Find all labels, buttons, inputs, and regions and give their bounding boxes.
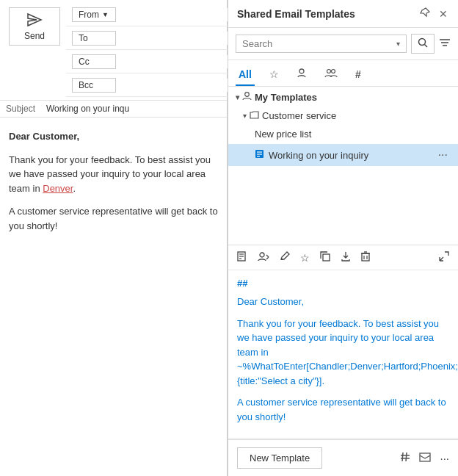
hash-icon: # (355, 68, 361, 80)
from-button[interactable]: From ▼ (72, 7, 116, 22)
filter-button[interactable] (439, 37, 451, 51)
tab-favorites[interactable]: ☆ (266, 64, 282, 86)
svg-point-1 (419, 39, 426, 46)
search-input[interactable] (242, 38, 396, 49)
email-compose-panel: Send From ▼ To Cc (0, 0, 228, 476)
search-dropdown-icon[interactable]: ▾ (396, 40, 400, 48)
footer-icons: ··· (400, 452, 449, 464)
svg-line-26 (402, 452, 403, 461)
share-icon (419, 452, 431, 462)
preview-text: Dear Customer, Thank you for your feedba… (237, 295, 449, 424)
svg-point-7 (327, 70, 330, 73)
send-icon (26, 12, 43, 29)
template-icon (255, 149, 264, 161)
star-icon: ☆ (269, 68, 279, 80)
to-row: To (66, 26, 238, 50)
denver-link[interactable]: Denver (43, 183, 73, 194)
subject-label: Subject (6, 104, 46, 114)
email-greeting: Dear Customer, (9, 129, 218, 144)
copy-icon (320, 251, 330, 262)
tab-user[interactable] (294, 63, 310, 86)
expand-icon (439, 251, 449, 262)
svg-point-6 (299, 69, 304, 73)
preview-pencil-button[interactable] (278, 250, 291, 265)
assign-icon (258, 251, 269, 262)
from-dropdown-icon: ▼ (102, 11, 109, 18)
pencil-icon (280, 251, 290, 262)
star-btn-icon: ☆ (300, 252, 310, 264)
bcc-button[interactable]: Bcc (72, 78, 116, 93)
new-template-button[interactable]: New Template (237, 447, 322, 469)
subject-value: Working on your inqu (46, 104, 221, 114)
footer-hash-icon (400, 452, 410, 462)
to-button[interactable]: To (72, 31, 116, 46)
from-input[interactable] (116, 8, 232, 21)
preview-delete-button[interactable] (360, 250, 371, 265)
export-icon (341, 251, 351, 262)
working-inquiry-label: Working on your inquiry (269, 150, 435, 161)
search-button[interactable] (411, 34, 435, 54)
svg-point-18 (260, 253, 264, 257)
trash-icon (361, 251, 370, 262)
my-templates-label: My Templates (255, 92, 317, 103)
pin-icon (420, 7, 430, 18)
close-button[interactable]: ✕ (437, 7, 449, 21)
email-send-row: Send From ▼ To Cc (0, 0, 227, 101)
person-icon (242, 91, 252, 103)
email-para1: Thank you for your feedback. To best ass… (9, 153, 218, 196)
email-fields: From ▼ To Cc Bcc (66, 3, 238, 97)
from-row: From ▼ (66, 3, 238, 26)
customer-service-toggle: ▾ (243, 112, 247, 120)
preview-assign-button[interactable] (256, 250, 271, 265)
my-templates-toggle: ▾ (236, 93, 239, 101)
footer-share-button[interactable] (419, 452, 431, 464)
panel-header-icons: ✕ (418, 6, 449, 21)
new-price-list-label: New price list (255, 129, 311, 140)
new-price-list-item[interactable]: New price list (228, 124, 458, 144)
my-templates-section[interactable]: ▾ My Templates (228, 87, 458, 107)
working-inquiry-more-button[interactable]: ··· (435, 148, 451, 162)
preview-para2: A customer service representative will g… (237, 395, 449, 424)
preview-expand-button[interactable] (437, 250, 451, 265)
tab-hash[interactable]: # (352, 64, 364, 86)
to-input[interactable] (116, 32, 232, 45)
subject-row: Subject Working on your inqu (0, 101, 227, 118)
footer-hash-button[interactable] (400, 452, 410, 464)
bcc-row: Bcc (66, 73, 238, 97)
user-icon (297, 68, 307, 80)
cc-button[interactable]: Cc (72, 54, 116, 69)
send-button[interactable]: Send (9, 7, 60, 46)
search-input-wrap: ▾ (236, 35, 407, 53)
cc-row: Cc (66, 50, 238, 73)
svg-marker-0 (28, 14, 41, 26)
email-para2: A customer service representative will g… (9, 204, 218, 233)
preview-para1: Thank you for your feedback. To best ass… (237, 317, 449, 389)
tabs-row: All ☆ # (228, 60, 458, 87)
preview-export-button[interactable] (339, 250, 352, 265)
preview-edit-icon-button[interactable] (236, 250, 249, 265)
svg-rect-20 (323, 254, 330, 261)
preview-area: ## Dear Customer, Thank you for your fee… (228, 270, 458, 439)
templates-panel: Shared Email Templates ✕ ▾ (228, 0, 458, 476)
filter-icon (439, 37, 451, 48)
tab-all[interactable]: All (236, 64, 255, 86)
svg-rect-30 (420, 453, 430, 461)
tab-group[interactable] (321, 63, 341, 86)
preview-star-button[interactable]: ☆ (299, 250, 311, 265)
cc-input[interactable] (116, 55, 232, 68)
preview-copy-button[interactable] (319, 250, 332, 265)
preview-greeting: Dear Customer, (237, 295, 449, 309)
working-inquiry-item[interactable]: Working on your inquiry ··· (228, 144, 458, 166)
svg-point-8 (331, 70, 335, 73)
search-bar: ▾ (228, 28, 458, 60)
group-icon (324, 68, 338, 80)
template-list: ▾ My Templates ▾ Customer service New pr… (228, 87, 458, 245)
svg-line-27 (406, 452, 407, 461)
customer-service-section[interactable]: ▾ Customer service (228, 107, 458, 124)
compose-icon (237, 251, 247, 262)
bcc-input[interactable] (116, 79, 232, 92)
svg-rect-21 (362, 253, 369, 261)
footer-more-button[interactable]: ··· (440, 452, 449, 464)
pin-button[interactable] (418, 6, 432, 21)
email-body: Dear Customer, Thank you for your feedba… (0, 118, 227, 476)
